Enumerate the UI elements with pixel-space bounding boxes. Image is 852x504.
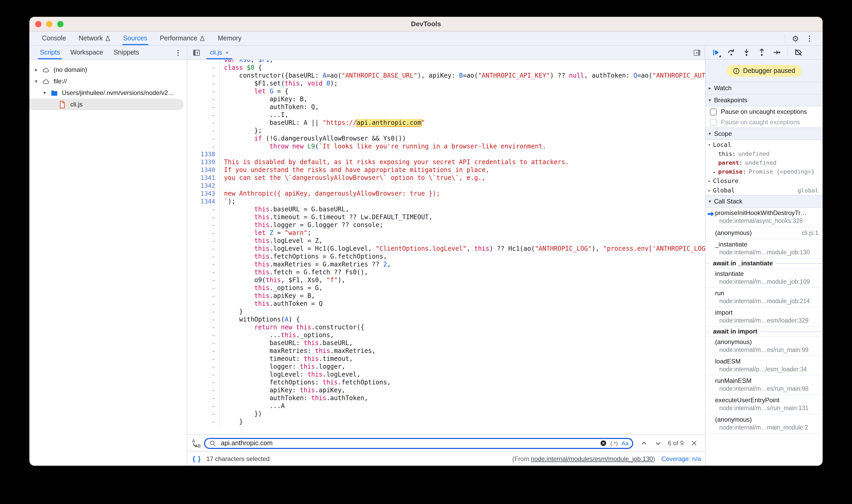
section-call-stack[interactable]: ▾ Call Stack bbox=[706, 195, 823, 208]
line-gutter[interactable]: - bbox=[187, 308, 220, 316]
sidebar-tab-scripts[interactable]: Scripts bbox=[35, 46, 65, 59]
line-gutter[interactable]: - bbox=[187, 95, 220, 103]
line-gutter[interactable]: 1342 bbox=[187, 182, 220, 190]
source-origin-link[interactable]: node:internal/modules/esm/module_job:130 bbox=[531, 455, 653, 462]
call-stack-frame[interactable]: runnode:internal/m…module_job:214 bbox=[706, 288, 823, 307]
call-stack-frame[interactable]: _instantiatenode:internal/m…module_job:1… bbox=[706, 239, 823, 258]
chevron-right-icon[interactable]: ▸ bbox=[34, 67, 39, 72]
code-line[interactable]: - let G = { bbox=[187, 88, 705, 95]
code-line[interactable]: - authToken: this.authToken, bbox=[187, 394, 705, 402]
code-line[interactable]: - ...A bbox=[187, 402, 705, 410]
tree-item-file-[interactable]: ▾file:// bbox=[29, 75, 187, 87]
line-gutter[interactable]: - bbox=[187, 237, 220, 245]
line-gutter[interactable]: - bbox=[187, 284, 220, 292]
code-line[interactable]: - logger: this.logger, bbox=[187, 363, 705, 371]
chevron-down-icon[interactable]: ▾ bbox=[34, 79, 39, 84]
call-stack-frame[interactable]: (anonymous)node:internal/m…es/run_main:9… bbox=[706, 337, 823, 356]
code-line[interactable]: var Xs0, $F1; bbox=[187, 60, 705, 64]
tree-item-users-jinhuilee-nvm-versions-node-v2-[interactable]: ▾Users/jinhuilee/.nvm/versions/node/v2… bbox=[29, 87, 187, 98]
code-line[interactable]: - baseURL: A || "https://api.anthropic.c… bbox=[187, 119, 705, 127]
tab-console[interactable]: Console bbox=[36, 32, 72, 45]
line-gutter[interactable]: - bbox=[187, 143, 220, 150]
code-line[interactable]: - let Z = "warn"; bbox=[187, 229, 705, 237]
code-line[interactable]: - ...I, bbox=[187, 111, 705, 119]
settings-gear-icon[interactable]: ⚙ bbox=[792, 34, 799, 42]
line-gutter[interactable]: - bbox=[187, 245, 220, 253]
code-line[interactable]: - apiKey: this.apiKey, bbox=[187, 386, 705, 394]
line-gutter[interactable]: - bbox=[187, 213, 220, 221]
line-gutter[interactable]: - bbox=[187, 418, 220, 426]
line-gutter[interactable]: - bbox=[187, 127, 220, 135]
line-gutter[interactable]: - bbox=[187, 88, 220, 95]
code-line[interactable]: - } bbox=[187, 418, 705, 426]
clear-search-icon[interactable] bbox=[599, 439, 607, 447]
line-gutter[interactable]: - bbox=[187, 394, 220, 402]
coverage-link[interactable]: Coverage: n/a bbox=[661, 455, 701, 462]
line-gutter[interactable]: - bbox=[187, 386, 220, 394]
line-gutter[interactable]: - bbox=[187, 64, 220, 72]
tree-item-cli-js[interactable]: cli.js bbox=[29, 98, 184, 110]
call-stack-frame[interactable]: executeUserEntryPointnode:internal/m…s/r… bbox=[706, 395, 823, 414]
line-gutter[interactable]: - bbox=[187, 410, 220, 418]
scope-section-local[interactable]: ▾Local bbox=[706, 140, 823, 149]
code-line[interactable]: - this.fetch = G.fetch ?? Fs0(), bbox=[187, 269, 705, 276]
navigator-more-icon[interactable]: ⋮ bbox=[175, 49, 187, 56]
line-gutter[interactable]: - bbox=[187, 379, 220, 386]
code-line[interactable]: - this.baseURL = G.baseURL, bbox=[187, 205, 705, 213]
code-line[interactable]: 1339This is disabled by default, as it r… bbox=[187, 158, 705, 166]
checkbox[interactable] bbox=[710, 108, 717, 115]
code-line[interactable]: - throw new L9(`It looks like you're run… bbox=[187, 143, 705, 150]
line-gutter[interactable]: - bbox=[187, 111, 220, 119]
tab-performance[interactable]: Performance bbox=[154, 32, 211, 45]
line-gutter[interactable]: - bbox=[187, 72, 220, 80]
line-gutter[interactable]: - bbox=[187, 260, 220, 269]
code-line[interactable]: - this.apiKey = B, bbox=[187, 292, 705, 300]
line-gutter[interactable]: 1343 bbox=[187, 190, 220, 198]
code-line[interactable]: - this.logLevel = Hc1(G.logLevel, "Clien… bbox=[187, 245, 705, 253]
code-line[interactable]: - this._options = G, bbox=[187, 284, 705, 292]
line-gutter[interactable]: - bbox=[187, 292, 220, 300]
line-gutter[interactable]: - bbox=[187, 269, 220, 276]
section-scope[interactable]: ▾ Scope bbox=[706, 127, 823, 140]
line-gutter[interactable]: - bbox=[187, 339, 220, 347]
code-line[interactable]: - o9(this, $F1, Xs0, "f"), bbox=[187, 276, 705, 284]
line-gutter[interactable]: - bbox=[187, 205, 220, 213]
call-stack-frame[interactable]: loadESMnode:internal/p…/esm_loader:34 bbox=[706, 356, 823, 376]
close-search-icon[interactable] bbox=[691, 440, 697, 446]
regex-toggle[interactable]: (.*) bbox=[610, 440, 618, 446]
search-previous-icon[interactable] bbox=[641, 440, 647, 447]
code-line[interactable]: - this.maxRetries = G.maxRetries ?? 2, bbox=[187, 260, 705, 269]
line-gutter[interactable]: 1338 bbox=[187, 150, 220, 158]
code-line[interactable]: - this.timeout = G.timeout ?? Lw.DEFAULT… bbox=[187, 213, 705, 221]
scope-variable[interactable]: ▸promise:Promise {<pending>} bbox=[706, 167, 823, 176]
code-line[interactable]: - } bbox=[187, 308, 705, 316]
line-gutter[interactable]: - bbox=[187, 331, 220, 339]
code-line[interactable]: - apiKey: B, bbox=[187, 95, 705, 103]
scope-section-closure[interactable]: ▸Closure bbox=[706, 176, 823, 186]
sidebar-tab-workspace[interactable]: Workspace bbox=[65, 46, 108, 59]
code-line[interactable]: - this.logLevel = Z, bbox=[187, 237, 705, 245]
line-gutter[interactable]: - bbox=[187, 276, 220, 284]
chevron-right-icon[interactable]: ▸ bbox=[711, 169, 718, 174]
code-editor[interactable]: var Xs0, $F1;-class $8 {- constructor({b… bbox=[187, 60, 705, 434]
search-input[interactable] bbox=[220, 439, 599, 447]
code-line[interactable]: - this.authToken = Q bbox=[187, 300, 705, 308]
code-line[interactable]: - this.logger = G.logger ?? console; bbox=[187, 221, 705, 229]
tab-sources[interactable]: Sources bbox=[117, 32, 154, 45]
line-gutter[interactable]: 1339 bbox=[187, 158, 220, 166]
line-gutter[interactable]: - bbox=[187, 300, 220, 308]
scope-variable[interactable]: parent:undefined bbox=[706, 158, 823, 167]
tab-cli-js[interactable]: cli.js × bbox=[205, 46, 233, 59]
line-gutter[interactable]: 1341 bbox=[187, 174, 220, 182]
line-gutter[interactable]: - bbox=[187, 402, 220, 410]
call-stack-frame[interactable]: (anonymous)node:internal/m…main_module:2 bbox=[706, 414, 823, 434]
code-line[interactable]: - return new this.constructor({ bbox=[187, 324, 705, 331]
code-line[interactable]: 1340If you understand the risks and have… bbox=[187, 166, 705, 174]
call-stack-frame[interactable]: runMainESMnode:internal/m…es/run_main:98 bbox=[706, 376, 823, 395]
pretty-print-icon[interactable]: { } bbox=[193, 455, 201, 462]
code-line[interactable]: - ...this._options, bbox=[187, 331, 705, 339]
code-line[interactable]: 1338 bbox=[187, 150, 705, 158]
code-line[interactable]: - }) bbox=[187, 410, 705, 418]
code-line[interactable]: - $F1.set(this, void 0); bbox=[187, 80, 705, 88]
line-gutter[interactable]: - bbox=[187, 371, 220, 379]
